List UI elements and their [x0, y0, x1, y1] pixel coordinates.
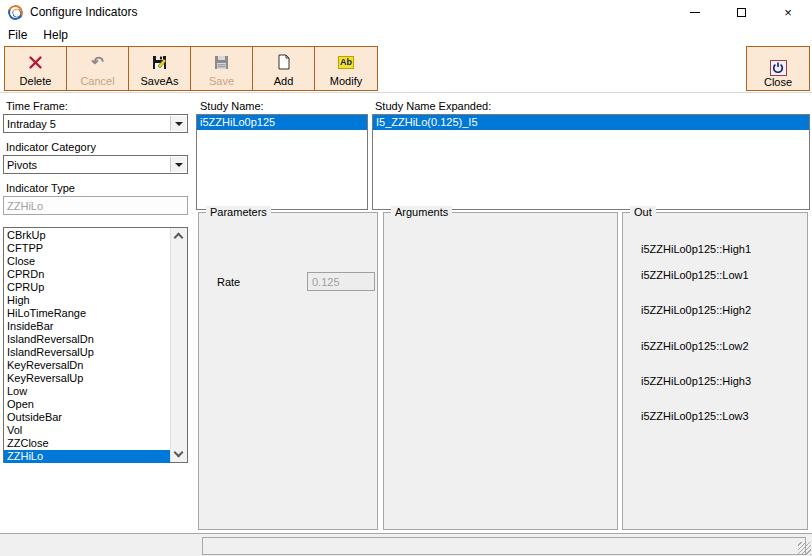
menu-file[interactable]: File [0, 26, 35, 44]
out-item: i5ZZHiLo0p125::High3 [641, 375, 751, 388]
indicator-type-field: ZZHiLo [3, 196, 188, 215]
rate-label: Rate [217, 276, 240, 288]
out-item: i5ZZHiLo0p125::Low3 [641, 410, 749, 423]
status-field [202, 537, 806, 555]
menu-bar: File Help [0, 25, 812, 44]
minimize-icon [690, 12, 700, 13]
study-name-expanded-label: Study Name Expanded: [375, 100, 491, 112]
out-item: i5ZZHiLo0p125::Low1 [641, 269, 749, 282]
time-frame-dropdown-button[interactable] [170, 116, 186, 131]
delete-label: Delete [20, 74, 52, 88]
indicator-category-dropdown-button[interactable] [170, 157, 186, 172]
maximize-icon [737, 8, 746, 17]
list-item[interactable]: Open [4, 398, 170, 411]
study-name-expanded-item-selected[interactable]: I5_ZZHiLo(0.125)_I5 [373, 115, 809, 130]
window-close-icon: × [784, 6, 792, 19]
list-item[interactable]: KeyReversalDn [4, 359, 170, 372]
add-button[interactable]: Add [253, 47, 315, 90]
scroll-down-icon[interactable] [174, 448, 184, 458]
menu-help[interactable]: Help [35, 26, 76, 44]
indicator-category-combobox[interactable]: Pivots [3, 155, 188, 174]
list-item[interactable]: Low [4, 385, 170, 398]
study-name-item-selected[interactable]: i5ZZHiLo0p125 [197, 115, 367, 130]
out-item: i5ZZHiLo0p125::High1 [641, 243, 751, 256]
indicator-category-label: Indicator Category [6, 141, 96, 153]
undo-arrow-icon: ↶ [91, 50, 104, 74]
list-item-selected[interactable]: ZZHiLo [4, 450, 170, 463]
rate-field: 0.125 [307, 272, 375, 291]
list-item[interactable]: InsideBar [4, 320, 170, 333]
study-name-label: Study Name: [200, 100, 264, 112]
delete-button[interactable]: Delete [5, 47, 67, 90]
arguments-group: Arguments [383, 212, 618, 530]
parameters-title: Parameters [206, 206, 271, 218]
indicator-type-label: Indicator Type [6, 182, 75, 194]
indicator-listbox[interactable]: CBrkUp CFTPP Close CPRDn CPRUp High HiLo… [3, 227, 188, 463]
save-label: Save [209, 74, 234, 88]
close-label: Close [764, 76, 792, 88]
cancel-label: Cancel [80, 74, 114, 88]
time-frame-label: Time Frame: [6, 100, 68, 112]
toolbar: Delete ↶ Cancel SaveAs [0, 44, 812, 93]
out-title: Out [630, 206, 656, 218]
saveas-label: SaveAs [141, 74, 179, 88]
modify-button[interactable]: Ab Modify [315, 47, 377, 90]
chevron-down-icon [175, 122, 183, 126]
parameters-group: Parameters Rate 0.125 [198, 212, 378, 530]
app-logo-icon [6, 3, 25, 22]
out-item: i5ZZHiLo0p125::Low2 [641, 340, 749, 353]
scroll-up-icon[interactable] [174, 233, 184, 243]
study-name-expanded-listbox[interactable]: I5_ZZHiLo(0.125)_I5 [372, 114, 810, 210]
save-button: Save [191, 47, 253, 90]
add-blank-page-icon [277, 50, 291, 74]
list-item[interactable]: CPRUp [4, 281, 170, 294]
out-item: i5ZZHiLo0p125::High2 [641, 304, 751, 317]
save-floppy-icon [214, 50, 229, 74]
time-frame-value: Intraday 5 [4, 118, 170, 130]
saveas-button[interactable]: SaveAs [129, 47, 191, 90]
window-close-button[interactable]: × [764, 0, 812, 25]
add-label: Add [274, 74, 294, 88]
saveas-floppy-pencil-icon [152, 50, 168, 74]
list-item[interactable]: KeyReversalUp [4, 372, 170, 385]
toolbar-button-group: Delete ↶ Cancel SaveAs [4, 46, 378, 91]
list-item[interactable]: ZZClose [4, 437, 170, 450]
power-icon [770, 60, 787, 76]
list-item[interactable]: HiLoTimeRange [4, 307, 170, 320]
list-item[interactable]: High [4, 294, 170, 307]
close-button[interactable]: Close [746, 46, 810, 91]
list-item[interactable]: CFTPP [4, 242, 170, 255]
indicator-category-value: Pivots [4, 159, 170, 171]
list-item[interactable]: IslandReversalUp [4, 346, 170, 359]
title-bar: Configure Indicators × [0, 0, 812, 25]
arguments-title: Arguments [391, 206, 452, 218]
minimize-button[interactable] [672, 0, 718, 25]
delete-x-icon [28, 50, 43, 74]
list-item[interactable]: Vol [4, 424, 170, 437]
modify-ab-icon: Ab [338, 50, 354, 74]
modify-label: Modify [330, 74, 362, 88]
configure-indicators-window: Configure Indicators × File Help Delete … [0, 0, 812, 556]
indicator-list-scrollbar[interactable] [170, 228, 187, 462]
chevron-down-icon [175, 163, 183, 167]
time-frame-combobox[interactable]: Intraday 5 [3, 114, 188, 133]
resize-grip-icon[interactable] [798, 542, 811, 555]
list-item[interactable]: CBrkUp [4, 229, 170, 242]
list-item[interactable]: CPRDn [4, 268, 170, 281]
cancel-button: ↶ Cancel [67, 47, 129, 90]
list-item[interactable]: Close [4, 255, 170, 268]
out-group: Out i5ZZHiLo0p125::High1 i5ZZHiLo0p125::… [622, 212, 808, 530]
study-name-listbox[interactable]: i5ZZHiLo0p125 [196, 114, 368, 210]
status-bar [0, 533, 812, 556]
list-item[interactable]: IslandReversalDn [4, 333, 170, 346]
window-title: Configure Indicators [30, 5, 137, 19]
list-item[interactable]: OutsideBar [4, 411, 170, 424]
maximize-button[interactable] [718, 0, 764, 25]
